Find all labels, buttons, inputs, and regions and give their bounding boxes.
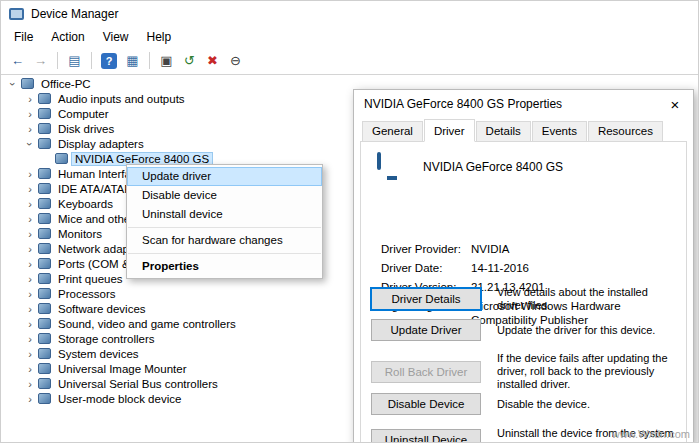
title-bar[interactable]: Device Manager xyxy=(1,1,698,26)
disk-drive-icon xyxy=(38,123,51,134)
context-menu-properties[interactable]: Properties xyxy=(127,257,322,276)
tree-item-label: Storage controllers xyxy=(55,333,158,345)
chevron-icon[interactable]: › xyxy=(24,393,36,405)
menu-action[interactable]: Action xyxy=(42,28,93,46)
device-header: NVIDIA GeForce 8400 GS xyxy=(377,154,563,180)
context-menu-uninstall-device[interactable]: Uninstall device xyxy=(127,205,322,224)
tree-item-label: Print queues xyxy=(55,273,126,285)
action-row-update-driver: Update DriverUpdate the driver for this … xyxy=(371,319,678,341)
tab-resources[interactable]: Resources xyxy=(588,121,663,142)
menu-file[interactable]: File xyxy=(5,28,42,46)
chevron-icon[interactable]: › xyxy=(24,108,36,120)
tab-strip: GeneralDriverDetailsEventsResources xyxy=(354,118,693,141)
field-driver-provider: Driver Provider:NVIDIA xyxy=(381,242,678,256)
tree-item-label: NVIDIA GeForce 8400 GS xyxy=(72,153,212,165)
toolbar-separator xyxy=(91,52,92,69)
disable-device-icon[interactable]: ⊖ xyxy=(225,50,246,71)
back-icon[interactable]: ← xyxy=(7,50,28,71)
tree-item-label: Audio inputs and outputs xyxy=(55,93,188,105)
chevron-icon[interactable]: › xyxy=(24,348,36,360)
tab-driver[interactable]: Driver xyxy=(424,119,475,142)
context-menu: Update driverDisable deviceUninstall dev… xyxy=(126,164,323,279)
action-description: If the device fails after updating the d… xyxy=(497,352,678,391)
computer-icon xyxy=(21,78,34,89)
tree-item-label: Disk drives xyxy=(55,123,117,135)
tree-item-label: Universal Serial Bus controllers xyxy=(55,378,221,390)
action-description: Update the driver for this device. xyxy=(497,324,678,337)
tab-general[interactable]: General xyxy=(362,121,423,142)
tab-details[interactable]: Details xyxy=(476,121,531,142)
dialog-title-bar[interactable]: NVIDIA GeForce 8400 GS Properties × xyxy=(354,90,693,118)
help-icon[interactable]: ? xyxy=(101,53,117,69)
roll-back-driver-button[interactable]: Roll Back Driver xyxy=(371,361,481,383)
hid-icon xyxy=(38,168,51,179)
chevron-icon[interactable]: › xyxy=(24,198,36,210)
chevron-icon[interactable]: › xyxy=(24,363,36,375)
chevron-icon[interactable]: › xyxy=(24,183,36,195)
action-description: View details about the installed driver … xyxy=(497,286,678,312)
system-device-icon xyxy=(38,348,51,359)
action-description: Disable the device. xyxy=(497,398,678,411)
display-adapter-icon xyxy=(377,154,407,180)
uninstall-device-button[interactable]: Uninstall Device xyxy=(371,429,481,443)
menu-help[interactable]: Help xyxy=(138,28,181,46)
export-list-icon[interactable]: ▦ xyxy=(122,50,143,71)
field-label: Driver Date: xyxy=(381,261,471,275)
toolbar-separator xyxy=(57,52,58,69)
chevron-icon[interactable]: › xyxy=(7,78,19,90)
update-driver-button[interactable]: Update Driver xyxy=(371,319,481,341)
tree-item-label: Display adapters xyxy=(55,138,147,150)
tree-item-label: System devices xyxy=(55,348,142,360)
network-adapter-icon xyxy=(38,243,51,254)
chevron-icon[interactable]: › xyxy=(24,333,36,345)
field-value: 14-11-2016 xyxy=(471,261,678,275)
context-menu-disable-device[interactable]: Disable device xyxy=(127,186,322,205)
field-label: Driver Provider: xyxy=(381,242,471,256)
monitor-icon xyxy=(38,228,51,239)
driver-actions: Driver DetailsView details about the ins… xyxy=(371,286,678,443)
chevron-icon[interactable]: › xyxy=(24,93,36,105)
chevron-icon[interactable]: › xyxy=(24,288,36,300)
ide-controller-icon xyxy=(38,183,51,194)
menu-separator xyxy=(128,253,321,254)
chevron-icon[interactable]: › xyxy=(24,123,36,135)
chevron-icon[interactable]: › xyxy=(24,243,36,255)
chevron-icon[interactable]: › xyxy=(24,138,36,150)
display-adapter-icon xyxy=(55,153,68,164)
forward-icon[interactable]: → xyxy=(30,50,51,71)
disable-device-button[interactable]: Disable Device xyxy=(371,393,481,415)
context-menu-scan-for-hardware-changes[interactable]: Scan for hardware changes xyxy=(127,231,322,250)
dialog-title: NVIDIA GeForce 8400 GS Properties xyxy=(364,97,562,111)
mouse-icon xyxy=(38,213,51,224)
driver-details-button[interactable]: Driver Details xyxy=(371,288,481,310)
tree-item-label: Office-PC xyxy=(38,78,94,90)
menu-bar: FileActionViewHelp xyxy=(1,26,698,47)
software-device-icon xyxy=(38,303,51,314)
close-icon[interactable]: × xyxy=(657,90,693,118)
chevron-icon[interactable]: › xyxy=(24,258,36,270)
display-adapter-icon xyxy=(38,138,51,149)
context-menu-update-driver[interactable]: Update driver xyxy=(127,167,322,186)
device-manager-window: Device Manager FileActionViewHelp ←→▤?▦▣… xyxy=(0,0,699,443)
action-row-roll-back-driver: Roll Back DriverIf the device fails afte… xyxy=(371,352,678,391)
chevron-icon[interactable]: › xyxy=(24,213,36,225)
action-row-disable-device: Disable DeviceDisable the device. xyxy=(371,393,678,415)
processor-icon xyxy=(38,288,51,299)
tree-item-label: Keyboards xyxy=(55,198,116,210)
ports-icon xyxy=(38,258,51,269)
computer-icon[interactable]: ▣ xyxy=(156,50,177,71)
console-window-icon[interactable]: ▤ xyxy=(64,50,85,71)
sound-controller-icon xyxy=(38,318,51,329)
scan-hardware-changes-icon[interactable]: ↺ xyxy=(179,50,200,71)
menu-view[interactable]: View xyxy=(94,28,138,46)
chevron-icon[interactable]: › xyxy=(24,228,36,240)
tab-events[interactable]: Events xyxy=(532,121,587,142)
driver-tab-page: NVIDIA GeForce 8400 GS Driver Provider:N… xyxy=(360,141,687,443)
chevron-icon[interactable]: › xyxy=(24,168,36,180)
chevron-icon[interactable]: › xyxy=(24,378,36,390)
chevron-icon[interactable]: › xyxy=(24,318,36,330)
uninstall-device-icon[interactable]: ✖ xyxy=(202,50,223,71)
chevron-icon[interactable]: › xyxy=(24,303,36,315)
tree-item-label: Sound, video and game controllers xyxy=(55,318,239,330)
chevron-icon[interactable]: › xyxy=(24,273,36,285)
